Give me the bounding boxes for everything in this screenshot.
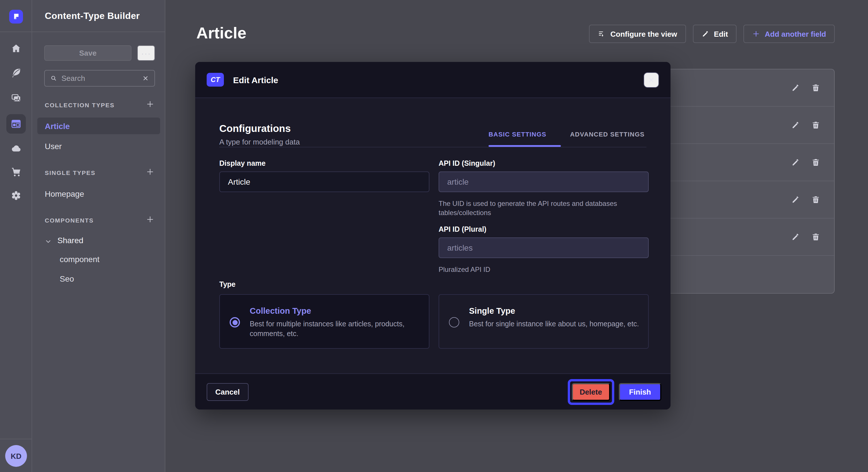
settings-gear-icon[interactable] xyxy=(10,190,22,201)
edit-field-icon[interactable] xyxy=(791,121,800,130)
sidebar-header: Content-Type Builder xyxy=(32,0,165,32)
configure-list-icon xyxy=(598,30,606,38)
sidebar-item-component[interactable]: component xyxy=(60,255,100,264)
edit-field-icon[interactable] xyxy=(791,195,800,204)
cancel-label: Cancel xyxy=(215,387,240,396)
edit-button-label: Edit xyxy=(714,30,728,38)
edit-article-modal: CT Edit Article Configurations A type fo… xyxy=(195,62,671,409)
edit-button[interactable]: Edit xyxy=(693,25,737,43)
search-icon xyxy=(50,74,57,82)
api-id-plural-hint: Pluralized API ID xyxy=(439,265,641,274)
add-collection-type-button[interactable] xyxy=(146,100,154,108)
add-another-field-button[interactable]: Add another field xyxy=(743,25,835,43)
add-single-type-button[interactable] xyxy=(146,167,154,176)
api-id-singular-label: API ID (Singular) xyxy=(439,160,495,167)
add-field-label: Add another field xyxy=(765,30,826,38)
home-icon[interactable] xyxy=(10,43,22,55)
sidebar-item-homepage[interactable]: Homepage xyxy=(37,185,160,202)
display-name-label: Display name xyxy=(219,160,266,167)
page-title: Article xyxy=(196,24,246,42)
single-type-radio[interactable] xyxy=(449,317,459,328)
edit-field-icon[interactable] xyxy=(791,232,800,241)
add-component-button[interactable] xyxy=(146,215,154,224)
configurations-title: Configurations xyxy=(219,123,291,135)
sidebar-item-label: Homepage xyxy=(45,189,84,198)
ellipsis-icon: ··· xyxy=(141,48,151,58)
header-actions: Configure the view Edit Add another fiel… xyxy=(589,25,835,43)
tab-advanced-settings[interactable]: ADVANCED SETTINGS xyxy=(570,131,645,138)
delete-field-icon[interactable] xyxy=(811,83,820,92)
configure-view-label: Configure the view xyxy=(611,30,677,38)
sidebar-item-label: Article xyxy=(45,121,70,131)
chevron-down-icon xyxy=(45,237,52,244)
sidebar-title: Content-Type Builder xyxy=(45,11,140,21)
single-type-card[interactable]: Single Type Best for single instance lik… xyxy=(439,294,649,349)
user-avatar[interactable]: KD xyxy=(5,445,27,467)
api-id-plural-input[interactable] xyxy=(439,237,649,258)
collection-type-card[interactable]: Collection Type Best for multiple instan… xyxy=(219,294,429,349)
delete-field-icon[interactable] xyxy=(811,121,820,130)
content-manager-feather-icon[interactable] xyxy=(10,67,22,78)
single-type-title: Single Type xyxy=(469,306,515,315)
delete-button[interactable]: Delete xyxy=(571,383,610,401)
close-modal-button[interactable] xyxy=(644,72,659,88)
content-type-badge: CT xyxy=(207,73,224,87)
cancel-button[interactable]: Cancel xyxy=(207,383,248,401)
delete-label: Delete xyxy=(580,387,602,396)
collection-types-section-label: COLLECTION TYPES xyxy=(45,102,115,108)
cloud-icon[interactable] xyxy=(10,143,22,154)
api-id-singular-input[interactable] xyxy=(439,171,649,192)
collection-type-title: Collection Type xyxy=(250,306,311,315)
sidebar-search xyxy=(44,70,155,87)
plus-icon xyxy=(752,30,760,38)
avatar-initials: KD xyxy=(11,452,22,460)
tab-basic-settings[interactable]: BASIC SETTINGS xyxy=(489,131,546,138)
app-root: KD Content-Type Builder Save ··· COLLECT… xyxy=(0,0,868,472)
single-types-section-label: SINGLE TYPES xyxy=(45,169,96,176)
group-label: Shared xyxy=(57,236,83,245)
sidebar-item-user[interactable]: User xyxy=(37,138,160,154)
api-id-plural-label: API ID (Plural) xyxy=(439,225,487,233)
configure-view-button[interactable]: Configure the view xyxy=(589,25,686,43)
tabs-divider xyxy=(219,147,646,147)
media-library-icon[interactable] xyxy=(10,92,22,104)
delete-button-highlight-ring: Delete xyxy=(567,379,614,405)
configurations-subtitle: A type for modeling data xyxy=(219,138,300,146)
save-button-label: Save xyxy=(79,49,97,57)
modal-footer: Cancel Delete Finish xyxy=(195,373,671,409)
edit-field-icon[interactable] xyxy=(791,158,800,167)
sidebar-item-seo[interactable]: Seo xyxy=(60,274,74,283)
collection-type-description: Best for multiple instances like article… xyxy=(250,319,420,338)
edit-field-icon[interactable] xyxy=(791,83,800,92)
components-section-label: COMPONENTS xyxy=(45,217,94,224)
finish-button[interactable]: Finish xyxy=(619,383,661,401)
component-group-shared[interactable]: Shared xyxy=(32,233,165,248)
search-input[interactable] xyxy=(61,74,138,82)
delete-field-icon[interactable] xyxy=(811,158,820,167)
plugin-sidebar: Content-Type Builder Save ··· COLLECTION… xyxy=(32,0,165,472)
type-label: Type xyxy=(219,280,236,289)
strapi-logo-icon[interactable] xyxy=(9,10,23,24)
delete-field-icon[interactable] xyxy=(811,232,820,241)
modal-title: Edit Article xyxy=(233,75,278,85)
badge-label: CT xyxy=(211,76,220,84)
marketplace-cart-icon[interactable] xyxy=(10,166,22,178)
content-type-builder-icon-active[interactable] xyxy=(6,114,26,134)
single-type-description: Best for single instance like about us, … xyxy=(469,319,639,329)
modal-header: CT Edit Article xyxy=(195,62,671,98)
api-id-singular-hint: The UID is used to generate the API rout… xyxy=(439,199,641,217)
save-button[interactable]: Save xyxy=(44,45,131,61)
nav-rail: KD xyxy=(0,0,32,472)
collection-type-radio[interactable] xyxy=(229,317,240,328)
pencil-icon xyxy=(701,30,709,38)
sidebar-item-article[interactable]: Article xyxy=(37,117,160,134)
rail-header xyxy=(0,0,32,32)
delete-field-icon[interactable] xyxy=(811,195,820,204)
more-options-button[interactable]: ··· xyxy=(137,45,155,61)
close-icon xyxy=(648,76,654,83)
finish-label: Finish xyxy=(629,387,651,396)
modal-body: Configurations A type for modeling data … xyxy=(195,98,671,373)
clear-search-icon[interactable] xyxy=(142,74,149,82)
display-name-input[interactable] xyxy=(219,171,429,192)
rail-divider xyxy=(0,439,32,439)
